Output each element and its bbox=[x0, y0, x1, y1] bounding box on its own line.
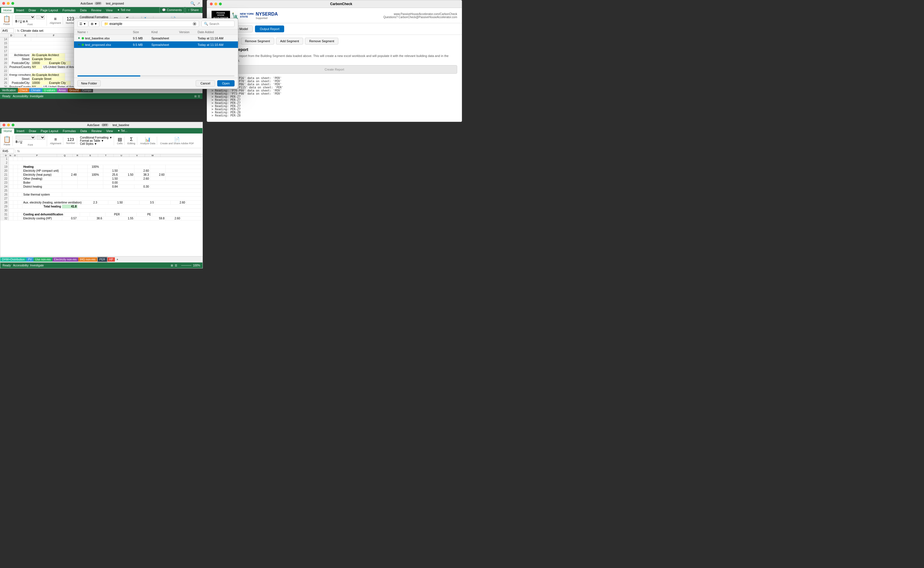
bottom-font-family[interactable] bbox=[15, 136, 35, 140]
tab-insert[interactable]: Insert bbox=[14, 8, 26, 13]
bottom-cond-format-btn[interactable]: Conditional Formatting ▼ bbox=[80, 136, 112, 139]
search-icon[interactable]: 🔍 bbox=[190, 1, 195, 6]
bottom-tab-data[interactable]: Data bbox=[78, 128, 89, 133]
bottom-minimize-btn[interactable] bbox=[7, 124, 10, 127]
tab-draw[interactable]: Draw bbox=[26, 8, 38, 13]
bottom-cell-styles-btn[interactable]: Cell Styles ▼ bbox=[80, 142, 112, 145]
bottom-tab-draw[interactable]: Draw bbox=[27, 128, 39, 133]
bottom-name-box[interactable] bbox=[2, 149, 14, 153]
row-15: 15 bbox=[0, 41, 9, 45]
font-size-select[interactable] bbox=[36, 15, 45, 19]
comments-btn[interactable]: 💬 Comments bbox=[159, 7, 184, 13]
col-header-date[interactable]: Date Added bbox=[198, 30, 235, 34]
minimize-button[interactable] bbox=[7, 2, 10, 5]
cc-maximize-btn[interactable] bbox=[219, 3, 222, 5]
cell-22-v: 2.60 bbox=[135, 177, 150, 181]
sheet-tab-areas[interactable]: Areas bbox=[57, 88, 68, 92]
add-segment-btn-2[interactable]: Add Segment bbox=[276, 38, 303, 44]
bottom-tab-page-layout[interactable]: Page Layout bbox=[39, 128, 61, 133]
bold-btn[interactable]: B bbox=[15, 20, 17, 23]
bottom-italic-btn[interactable]: I bbox=[18, 140, 19, 144]
share-btn[interactable]: ↑ Share bbox=[185, 7, 201, 13]
add-sheet-btn[interactable]: + bbox=[115, 257, 120, 261]
remove-segment-btn-2[interactable]: Remove Segment bbox=[305, 38, 338, 44]
cancel-btn[interactable]: Cancel bbox=[196, 80, 215, 86]
name-box[interactable] bbox=[1, 28, 14, 33]
col-header-size[interactable]: Size bbox=[133, 30, 151, 34]
bottom-font-size[interactable] bbox=[36, 136, 45, 140]
font-family-select[interactable] bbox=[15, 15, 35, 19]
cell-f23: An Example Architect bbox=[31, 73, 65, 77]
open-btn[interactable]: Open bbox=[217, 80, 235, 86]
italic-btn[interactable]: I bbox=[18, 20, 19, 23]
cell-19-o bbox=[18, 165, 23, 169]
bottom-format-table-btn[interactable]: Format as Table ▼ bbox=[80, 139, 112, 142]
list-item[interactable]: ✦ test_baseline.xlsx 9.5 MB Spreadsheet … bbox=[74, 35, 238, 41]
cc-minimize-btn[interactable] bbox=[214, 3, 217, 5]
cell-e21: Province/Country: bbox=[9, 65, 31, 69]
col-header-version[interactable]: Version bbox=[179, 30, 197, 34]
bottom-tab-insert[interactable]: Insert bbox=[14, 128, 27, 133]
bottom-tab-review[interactable]: Review bbox=[89, 128, 104, 133]
maximize-button[interactable] bbox=[11, 2, 14, 5]
tab-view[interactable]: View bbox=[103, 8, 115, 13]
sheet-tab-dhw[interactable]: DHW+Distribution bbox=[0, 257, 26, 261]
sheet-tab-elec-non-res[interactable]: Electricity non-res bbox=[53, 257, 78, 261]
bottom-row-27: 27 bbox=[0, 197, 9, 200]
bottom-styles-group: Conditional Formatting ▼ Format as Table… bbox=[78, 136, 114, 145]
bottom-maximize-btn[interactable] bbox=[12, 124, 14, 127]
sheet-tab-use-non-res[interactable]: Use non-res bbox=[33, 257, 52, 261]
col-header-name[interactable]: Name ↑ bbox=[77, 30, 133, 34]
row-20: 20 bbox=[0, 61, 9, 65]
cc-close-btn[interactable] bbox=[210, 3, 213, 5]
fill-color-btn[interactable]: A bbox=[26, 20, 28, 23]
bottom-bold-btn[interactable]: B bbox=[15, 140, 18, 144]
underline-btn[interactable]: U bbox=[20, 20, 22, 23]
output-report-btn[interactable]: Output Report bbox=[255, 26, 284, 32]
zoom-slider[interactable]: ───── bbox=[181, 264, 191, 267]
bottom-underline-btn[interactable]: U bbox=[20, 140, 22, 144]
list-item[interactable]: ✦ test_proposed.xlsx 9.5 MB Spreadsheet … bbox=[74, 41, 238, 48]
tab-page-layout[interactable]: Page Layout bbox=[38, 8, 61, 13]
sheet-tab-uvalues[interactable]: U-values bbox=[42, 88, 57, 92]
cell-28-r bbox=[98, 201, 108, 204]
bottom-align-icon: ≡ bbox=[54, 137, 57, 142]
bottom-paste-icon[interactable]: 📋 bbox=[3, 136, 11, 143]
bottom-tell-me[interactable]: ✦ Tel... bbox=[115, 128, 130, 133]
grid-view-btn[interactable]: ⊞ bbox=[194, 95, 197, 98]
sheet-tab-verification[interactable]: Verification bbox=[0, 88, 18, 93]
col-header-kind[interactable]: Kind bbox=[151, 30, 179, 34]
search-input-dialog[interactable] bbox=[209, 22, 232, 26]
tab-review[interactable]: Review bbox=[89, 8, 103, 13]
tab-home[interactable]: Home bbox=[1, 8, 14, 13]
log-output: > Reading: 'P15:P16' data on sheet: 'PER… bbox=[212, 77, 457, 117]
nyserda-text: NYSERDA bbox=[256, 12, 278, 17]
close-button[interactable] bbox=[2, 2, 5, 5]
list-view-btn[interactable]: ☰ ▼ bbox=[77, 21, 88, 27]
sheet-view-btn[interactable]: ☰ bbox=[198, 95, 200, 98]
sheet-tab-climate[interactable]: Climate bbox=[29, 88, 42, 92]
bottom-tab-home[interactable]: Home bbox=[2, 128, 14, 133]
bottom-tab-view[interactable]: View bbox=[104, 128, 115, 133]
sheet-tab-check[interactable]: Check bbox=[18, 88, 29, 92]
paste-icon[interactable]: 📋 bbox=[3, 15, 11, 23]
sheet-tab-per[interactable]: PER bbox=[97, 257, 108, 262]
grid-view-bottom[interactable]: ⊞ bbox=[171, 264, 173, 267]
cell-19-w bbox=[150, 165, 166, 169]
sheet-tab-hp[interactable]: HP bbox=[108, 257, 115, 261]
sheet-tab-ihg-non-res[interactable]: IHG non-res bbox=[78, 257, 97, 261]
grid-view-btn-dialog[interactable]: ⊞ ▼ bbox=[89, 21, 99, 27]
location-clear-btn[interactable]: ✕ bbox=[192, 22, 197, 26]
share-icon[interactable]: ↗ bbox=[197, 1, 200, 6]
remove-segment-btn-1[interactable]: Remove Segment bbox=[241, 38, 274, 44]
sheet-tab-pv[interactable]: PV bbox=[26, 257, 33, 261]
tab-formulas[interactable]: Formulas bbox=[60, 8, 78, 13]
bottom-tab-formulas[interactable]: Formulas bbox=[61, 128, 78, 133]
sheet-view-bottom[interactable]: ☰ bbox=[175, 264, 177, 267]
bottom-close-btn[interactable] bbox=[3, 124, 5, 127]
tell-me[interactable]: ✦ Tell me bbox=[115, 8, 133, 13]
new-folder-btn[interactable]: New Folder bbox=[77, 80, 101, 86]
tab-data[interactable]: Data bbox=[78, 8, 89, 13]
border-btn[interactable]: ⊞ bbox=[23, 20, 25, 23]
bottom-alignment-group: ≡ Alignment bbox=[48, 137, 63, 145]
